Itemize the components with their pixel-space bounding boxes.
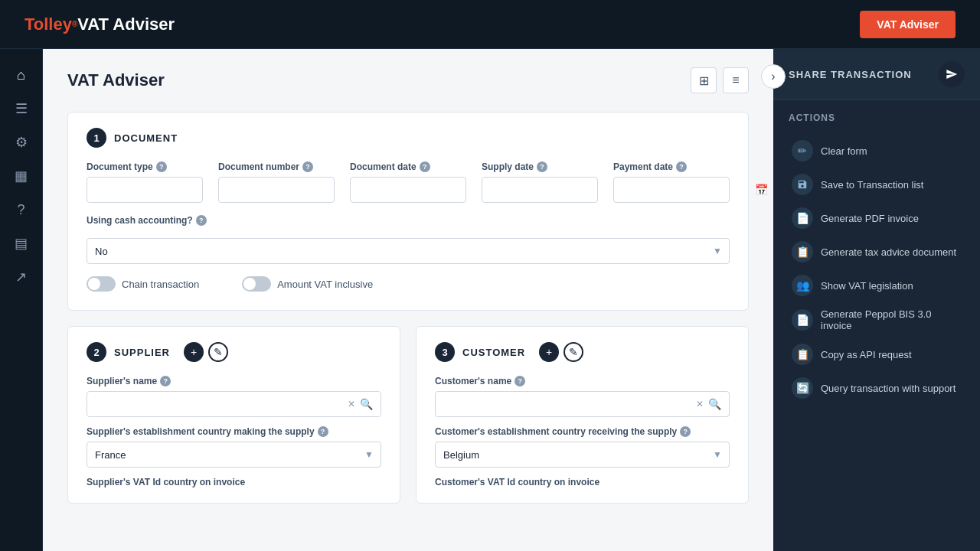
customer-name-search-icon[interactable]: 🔍 — [708, 398, 721, 410]
supplier-add-button[interactable]: + — [184, 342, 204, 362]
customer-name-clear-icon[interactable]: ✕ — [696, 399, 704, 409]
supplier-section-header: 2 SUPPLIER + ✎ — [87, 342, 381, 362]
customer-country-select[interactable]: Belgium France Germany — [435, 442, 730, 468]
supplier-name-input[interactable]: FR Company SARL ✕ 🔍 — [87, 391, 381, 417]
customer-add-button[interactable]: + — [539, 342, 559, 362]
action-generate-tax-advice[interactable]: 📋 Generate tax advice document — [789, 235, 965, 269]
page-title: VAT Adviser — [67, 70, 165, 90]
supplier-section-number: 2 — [87, 342, 106, 362]
sidebar-help-icon[interactable]: ? — [8, 196, 35, 223]
query-support-icon: 🔄 — [792, 377, 813, 399]
supplier-section-title: SUPPLIER — [114, 347, 170, 358]
action-generate-pdf[interactable]: 📄 Generate PDF invoice — [789, 201, 965, 235]
document-type-input[interactable]: Sales invoice ✕ — [87, 177, 203, 203]
payment-date-input[interactable]: 31/08/2024 📅 — [613, 177, 730, 203]
supply-date-group: Supply date ? 31/08/2024 📅 — [482, 161, 598, 203]
toggle-row: Chain transaction Amount VAT inclusive — [87, 276, 730, 292]
document-section-header: 1 DOCUMENT — [87, 128, 730, 148]
list-view-button[interactable]: ≡ — [723, 67, 749, 93]
document-type-group: Document type ? Sales invoice ✕ — [87, 161, 203, 203]
supplier-edit-button[interactable]: ✎ — [208, 342, 228, 362]
chain-transaction-toggle[interactable] — [87, 276, 116, 292]
amount-vat-inclusive-toggle[interactable] — [242, 276, 271, 292]
payment-date-calendar-icon[interactable]: 📅 — [755, 184, 768, 196]
document-date-group: Document date ? 31/08/2024 📅 — [350, 161, 466, 203]
supplier-vat-id-label: Supplier's VAT Id country on invoice — [87, 477, 381, 487]
supply-date-field[interactable]: 31/08/2024 — [490, 184, 619, 196]
supplier-customer-row: 2 SUPPLIER + ✎ Supplier's name ? — [67, 326, 749, 519]
send-icon — [946, 68, 958, 80]
supplier-country-label: Supplier's establishment country making … — [87, 426, 381, 437]
cash-accounting-help-icon[interactable]: ? — [196, 215, 207, 226]
document-date-input[interactable]: 31/08/2024 📅 — [350, 177, 466, 203]
document-number-group: Document number ? 000001 — [218, 161, 335, 203]
customer-country-help-icon[interactable]: ? — [680, 426, 691, 437]
cash-accounting-select-row: No Yes ▼ — [87, 238, 730, 264]
save-transaction-icon — [792, 174, 813, 195]
customer-edit-button[interactable]: ✎ — [564, 342, 583, 362]
grid-view-button[interactable]: ⊞ — [691, 67, 717, 93]
amount-vat-toggle-group: Amount VAT inclusive — [242, 276, 373, 292]
document-date-help-icon[interactable]: ? — [420, 161, 430, 172]
share-button[interactable] — [939, 61, 965, 87]
sidebar-messages-icon[interactable]: ▤ — [8, 230, 35, 257]
customer-name-help-icon[interactable]: ? — [514, 376, 525, 386]
cash-accounting-select[interactable]: No Yes — [87, 238, 730, 264]
action-clear-form[interactable]: ✏ Clear form — [789, 134, 965, 168]
action-save-transaction[interactable]: Save to Transaction list — [789, 168, 965, 201]
sidebar-list-icon[interactable]: ☰ — [8, 95, 35, 122]
payment-date-help-icon[interactable]: ? — [676, 161, 687, 172]
supplier-vat-id-group: Supplier's VAT Id country on invoice — [87, 477, 381, 487]
actions-title: ACTIONS — [789, 112, 965, 123]
payment-date-field[interactable]: 31/08/2024 — [622, 184, 750, 196]
supplier-name-search-icon[interactable]: 🔍 — [360, 398, 373, 410]
supplier-name-clear-icon[interactable]: ✕ — [348, 399, 355, 409]
logo-suffix: VAT Adviser — [77, 15, 175, 34]
document-date-field[interactable]: 31/08/2024 — [358, 184, 487, 196]
action-generate-peppol[interactable]: 📄 Generate Peppol BIS 3.0 invoice — [789, 302, 965, 337]
supply-date-help-icon[interactable]: ? — [537, 161, 547, 172]
chain-transaction-label: Chain transaction — [122, 279, 199, 290]
customer-name-input[interactable]: BE Company BVBA ✕ 🔍 — [435, 391, 730, 417]
action-copy-api-label: Copy as API request — [821, 349, 912, 360]
sidebar-share-icon[interactable]: ↗ — [8, 263, 35, 291]
document-number-field[interactable]: 000001 — [227, 184, 326, 196]
payment-date-group: Payment date ? 31/08/2024 📅 — [613, 161, 730, 203]
supplier-country-select[interactable]: France Germany Belgium — [87, 442, 381, 468]
supplier-name-field[interactable]: FR Company SARL — [95, 399, 343, 410]
payment-date-label: Payment date ? — [613, 161, 730, 172]
supplier-country-help-icon[interactable]: ? — [318, 426, 328, 437]
supplier-name-label: Supplier's name ? — [87, 376, 381, 386]
action-generate-pdf-label: Generate PDF invoice — [821, 213, 919, 224]
document-section-title: DOCUMENT — [114, 132, 178, 144]
document-number-input[interactable]: 000001 — [218, 177, 335, 203]
logo: Tolley®VAT Adviser — [24, 15, 175, 34]
document-type-field[interactable]: Sales invoice — [95, 184, 224, 196]
supplier-name-help-icon[interactable]: ? — [160, 376, 171, 386]
document-number-help-icon[interactable]: ? — [302, 161, 313, 172]
actions-section: ACTIONS ✏ Clear form Save to Transaction… — [773, 100, 980, 417]
sidebar-settings-icon[interactable]: ⚙ — [8, 129, 35, 156]
supply-date-input[interactable]: 31/08/2024 📅 — [482, 177, 598, 203]
share-section: SHARE TRANSACTION — [773, 49, 980, 100]
customer-section-number: 3 — [435, 342, 455, 362]
main-layout: ⌂ ☰ ⚙ ▦ ? ▤ ↗ VAT Adviser ⊞ ≡ 1 DOCUMENT — [0, 49, 980, 551]
supplier-country-select-wrapper: France Germany Belgium ▼ — [87, 442, 381, 468]
action-copy-api[interactable]: 📋 Copy as API request — [789, 337, 965, 371]
content-area: VAT Adviser ⊞ ≡ 1 DOCUMENT Document type — [43, 49, 980, 551]
vat-adviser-nav-button[interactable]: VAT Adviser — [860, 11, 956, 38]
chain-transaction-toggle-group: Chain transaction — [87, 276, 199, 292]
right-panel-toggle-button[interactable]: › — [761, 64, 786, 89]
share-title: SHARE TRANSACTION — [789, 69, 912, 80]
action-query-support[interactable]: 🔄 Query transaction with support — [789, 371, 965, 405]
sidebar-chart-icon[interactable]: ▦ — [8, 162, 35, 190]
customer-name-field[interactable]: BE Company BVBA — [443, 399, 691, 410]
supplier-name-group: Supplier's name ? FR Company SARL ✕ 🔍 — [87, 376, 381, 417]
sidebar-home-icon[interactable]: ⌂ — [8, 61, 35, 89]
supply-date-label: Supply date ? — [482, 161, 598, 172]
action-show-vat-legislation[interactable]: 👥 Show VAT legislation — [789, 269, 965, 302]
action-clear-form-label: Clear form — [821, 145, 867, 157]
right-panel: › SHARE TRANSACTION ACTIONS ✏ Clear form — [773, 49, 980, 551]
document-type-help-icon[interactable]: ? — [156, 161, 167, 172]
supplier-country-group: Supplier's establishment country making … — [87, 426, 381, 468]
